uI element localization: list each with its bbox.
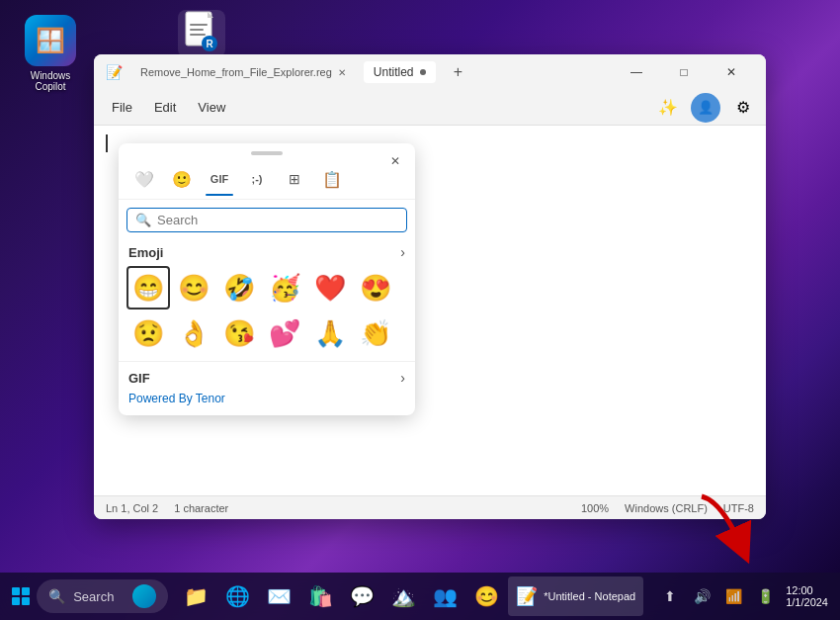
picker-tab-kaomoji[interactable]: ;-) bbox=[239, 163, 275, 195]
char-count: 1 character bbox=[174, 502, 228, 514]
settings-icon[interactable]: ⚙ bbox=[728, 93, 758, 123]
tray-clock[interactable]: 12:001/1/2024 bbox=[782, 581, 832, 611]
taskbar-search-text: Search bbox=[73, 589, 114, 604]
notepad-task-label: *Untitled - Notepad bbox=[544, 590, 635, 602]
close-button[interactable]: ✕ bbox=[709, 56, 754, 88]
tray-upload[interactable]: ⬆ bbox=[655, 581, 685, 611]
taskbar-photos[interactable]: 🏔️ bbox=[383, 576, 423, 616]
reg-tab-close[interactable]: ✕ bbox=[338, 67, 346, 78]
emoji-clap[interactable]: 👏 bbox=[354, 311, 397, 355]
gif-section-header: GIF › bbox=[119, 366, 415, 390]
gif-section: GIF › Powered By Tenor bbox=[119, 361, 415, 415]
picker-tab-symbols[interactable]: ⊞ bbox=[277, 163, 312, 195]
new-tab-button[interactable]: + bbox=[444, 57, 473, 87]
svg-rect-10 bbox=[22, 597, 30, 605]
notepad-window-icon: 📝 bbox=[106, 64, 123, 80]
line-ending: Windows (CRLF) bbox=[625, 502, 708, 514]
emoji-heart-eyes[interactable]: 😍 bbox=[354, 266, 397, 310]
gif-section-arrow[interactable]: › bbox=[400, 370, 405, 386]
menu-bar-right: ✨ 👤 ⚙ bbox=[653, 93, 758, 123]
text-cursor bbox=[106, 134, 108, 152]
copilot-label: WindowsCopilot bbox=[31, 70, 71, 92]
picker-tab-recents[interactable]: 🤍 bbox=[126, 163, 162, 195]
taskbar-teams2[interactable]: 👥 bbox=[425, 576, 464, 616]
emoji-search-box[interactable]: 🔍 bbox=[126, 208, 407, 232]
taskbar-search[interactable]: 🔍 Search bbox=[37, 579, 168, 613]
emoji-picker: ✕ 🤍 🙂 GIF ;-) ⊞ 📋 🔍 Emoji › bbox=[119, 143, 415, 415]
drag-handle bbox=[251, 151, 283, 155]
title-bar: 📝 Remove_Home_from_File_Explorer.reg ✕ U… bbox=[94, 54, 766, 90]
svg-rect-4 bbox=[190, 34, 206, 36]
picker-tab-gif[interactable]: GIF bbox=[202, 163, 237, 195]
untitled-tab[interactable]: Untitled bbox=[364, 61, 436, 83]
cortana-icon[interactable] bbox=[132, 584, 156, 608]
picker-tabs: 🤍 🙂 GIF ;-) ⊞ 📋 bbox=[119, 159, 415, 200]
maximize-button[interactable]: □ bbox=[661, 56, 707, 88]
powered-by-tenor[interactable]: Powered By Tenor bbox=[119, 390, 415, 413]
taskbar-emoji-app[interactable]: 😊 bbox=[466, 576, 506, 616]
emoji-grin[interactable]: 😁 bbox=[126, 266, 170, 310]
reg-tab-label: Remove_Home_from_File_Explorer.reg bbox=[140, 66, 332, 78]
view-menu[interactable]: View bbox=[188, 96, 235, 119]
start-button[interactable] bbox=[8, 578, 33, 614]
svg-text:R: R bbox=[206, 39, 213, 49]
emoji-rofl[interactable]: 🤣 bbox=[217, 266, 261, 310]
picker-tab-clipboard[interactable]: 📋 bbox=[314, 163, 350, 195]
picker-close-button[interactable]: ✕ bbox=[383, 149, 407, 173]
emoji-hearts[interactable]: 💕 bbox=[263, 311, 306, 355]
svg-rect-9 bbox=[12, 597, 20, 605]
picker-handle bbox=[119, 143, 415, 159]
emoji-heart[interactable]: ❤️ bbox=[308, 266, 352, 310]
taskbar-store[interactable]: 🛍️ bbox=[300, 576, 340, 616]
emoji-grid: 😁 😊 🤣 🥳 ❤️ 😍 😟 👌 😘 💕 🙏 👏 bbox=[119, 264, 415, 361]
emoji-party[interactable]: 🥳 bbox=[263, 266, 306, 310]
taskbar-apps: 📁 🌐 ✉️ 🛍️ 💬 🏔️ 👥 😊 📝 *Untitled - Notepad bbox=[176, 576, 643, 616]
gif-tab-label: GIF bbox=[210, 173, 228, 185]
copilot-icon: 🪟 bbox=[25, 15, 76, 66]
menu-bar: File Edit View ✨ 👤 ⚙ bbox=[94, 90, 766, 126]
svg-rect-2 bbox=[190, 24, 208, 26]
emoji-ok-hand[interactable]: 👌 bbox=[172, 311, 215, 355]
copilot-menu-icon[interactable]: ✨ bbox=[653, 93, 683, 123]
taskbar-file-explorer[interactable]: 📁 bbox=[176, 576, 215, 616]
emoji-kiss[interactable]: 😘 bbox=[217, 311, 261, 355]
notepad-task-icon: 📝 bbox=[516, 585, 538, 607]
emoji-smile[interactable]: 😊 bbox=[172, 266, 215, 310]
user-avatar[interactable]: 👤 bbox=[691, 93, 720, 123]
cursor-position: Ln 1, Col 2 bbox=[106, 502, 158, 514]
emoji-pray[interactable]: 🙏 bbox=[308, 311, 352, 355]
reg-file-icon: R bbox=[178, 10, 225, 57]
gif-section-label: GIF bbox=[128, 371, 150, 386]
picker-tab-emoji[interactable]: 🙂 bbox=[164, 163, 200, 195]
unsaved-indicator bbox=[420, 69, 426, 75]
tray-network[interactable]: 📶 bbox=[718, 581, 748, 611]
system-tray: ⬆ 🔊 📶 🔋 12:001/1/2024 bbox=[647, 581, 832, 611]
window-controls: — □ ✕ bbox=[614, 56, 754, 88]
search-icon: 🔍 bbox=[135, 213, 151, 227]
taskbar-edge[interactable]: 🌐 bbox=[217, 576, 257, 616]
emoji-section-label: Emoji bbox=[128, 245, 163, 260]
svg-rect-7 bbox=[12, 587, 20, 595]
svg-rect-8 bbox=[22, 587, 30, 595]
clock-time: 12:001/1/2024 bbox=[786, 584, 828, 608]
edit-menu[interactable]: Edit bbox=[144, 96, 186, 119]
emoji-worried[interactable]: 😟 bbox=[126, 311, 170, 355]
taskbar-teams[interactable]: 💬 bbox=[342, 576, 381, 616]
desktop-icon-copilot[interactable]: 🪟 WindowsCopilot bbox=[15, 15, 86, 92]
encoding: UTF-8 bbox=[723, 502, 754, 514]
reg-file-tab[interactable]: Remove_Home_from_File_Explorer.reg ✕ bbox=[130, 62, 356, 82]
zoom-level: 100% bbox=[581, 502, 609, 514]
emoji-section-arrow[interactable]: › bbox=[400, 244, 405, 260]
file-menu[interactable]: File bbox=[102, 96, 142, 119]
tray-volume[interactable]: 🔊 bbox=[687, 581, 716, 611]
tray-battery[interactable]: 🔋 bbox=[750, 581, 780, 611]
desktop: winaero.com winaero.com winaero.com wina… bbox=[0, 0, 840, 620]
taskbar: 🔍 Search 📁 🌐 ✉️ 🛍️ 💬 🏔️ 👥 😊 📝 *Untitled … bbox=[0, 573, 840, 620]
minimize-button[interactable]: — bbox=[614, 56, 659, 88]
kaomoji-tab-label: ;-) bbox=[252, 173, 263, 185]
emoji-section-header: Emoji › bbox=[119, 240, 415, 264]
search-input[interactable] bbox=[157, 213, 398, 227]
taskbar-mail[interactable]: ✉️ bbox=[259, 576, 298, 616]
taskbar-notepad[interactable]: 📝 *Untitled - Notepad bbox=[508, 576, 643, 616]
svg-rect-3 bbox=[190, 29, 204, 31]
